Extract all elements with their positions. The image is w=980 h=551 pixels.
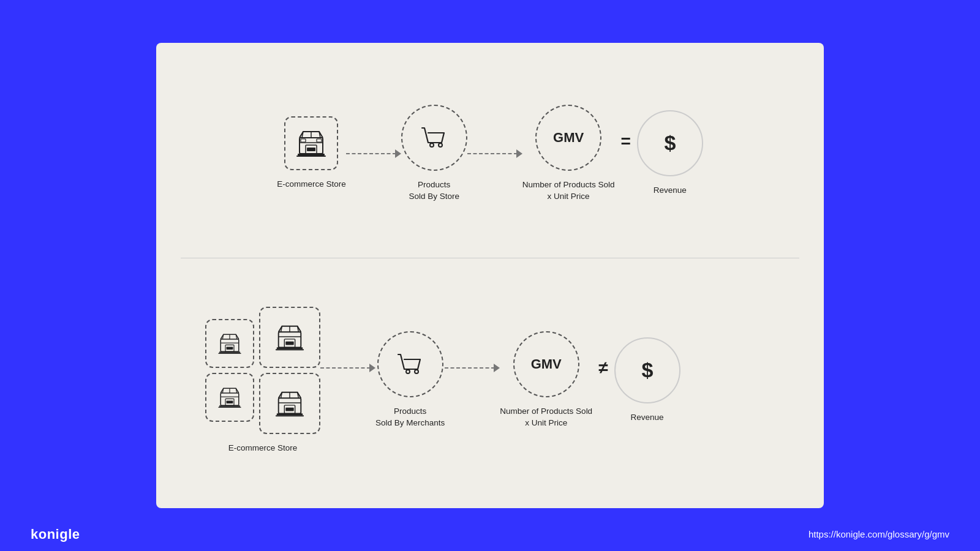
top-equation-label: Number of Products Sold x Unit Price	[522, 179, 615, 203]
bottom-equation-label: Number of Products Sold x Unit Price	[500, 406, 592, 429]
store-icon-sm2	[217, 384, 243, 410]
footer: konigle https://konigle.com/glossary/g/g…	[0, 517, 980, 551]
svg-rect-20	[279, 332, 301, 347]
top-products-label: Products Sold By Store	[409, 179, 459, 203]
svg-rect-2	[307, 148, 315, 151]
bottom-gmv-text: GMV	[531, 356, 562, 372]
top-products-item: Products Sold By Store	[401, 105, 467, 203]
top-store-label: E-commerce Store	[277, 179, 346, 190]
top-section: E-commerce Store Products Sold By Store	[156, 43, 824, 258]
bottom-revenue-circle: $	[614, 337, 680, 403]
top-gmv-circle: GMV	[535, 105, 601, 171]
svg-rect-17	[227, 400, 233, 403]
svg-rect-14	[218, 353, 241, 354]
top-store-item: E-commerce Store	[277, 116, 346, 190]
svg-rect-10	[221, 339, 239, 351]
bottom-revenue-label: Revenue	[630, 412, 663, 424]
store-icon-lg2	[274, 388, 306, 419]
store-col-right	[259, 307, 320, 434]
brand-logo: konigle	[31, 527, 80, 542]
brand-url: https://konigle.com/glossary/g/gmv	[809, 529, 949, 539]
dollar-icon-bottom: $	[632, 355, 663, 386]
bottom-store-label: E-commerce Store	[228, 443, 298, 454]
bottom-operator: ≠	[598, 358, 608, 402]
svg-rect-28	[277, 413, 303, 415]
main-card: E-commerce Store Products Sold By Store	[156, 43, 824, 508]
bottom-arrow-1	[320, 364, 375, 372]
top-revenue-circle: $	[637, 110, 703, 176]
store-box-left-top	[205, 319, 254, 368]
store-icon-sm1	[217, 331, 243, 356]
store-icon-lg1	[274, 321, 306, 353]
bottom-store-group: E-commerce Store	[205, 307, 320, 454]
svg-rect-23	[277, 347, 303, 349]
svg-text:$: $	[641, 358, 653, 381]
bottom-gmv-circle: GMV	[513, 331, 579, 397]
top-revenue-item: $ Revenue	[637, 110, 703, 197]
svg-rect-15	[221, 393, 239, 405]
svg-rect-13	[219, 351, 240, 353]
top-cart-circle	[401, 105, 467, 171]
bottom-products-item: Products Sold By Merchants	[375, 331, 445, 429]
store-col-left	[205, 319, 254, 422]
svg-rect-24	[276, 349, 304, 350]
svg-rect-5	[298, 154, 325, 156]
svg-rect-19	[218, 407, 241, 408]
svg-rect-22	[285, 341, 293, 345]
svg-rect-4	[317, 139, 322, 142]
svg-rect-18	[219, 405, 240, 407]
svg-point-30	[406, 370, 410, 373]
bottom-products-label: Products Sold By Merchants	[375, 406, 445, 429]
cart-icon-top	[417, 121, 451, 155]
store-box-right-top	[259, 307, 320, 368]
svg-text:$: $	[664, 131, 676, 154]
bottom-cart-circle	[377, 331, 443, 397]
store-icon	[295, 127, 328, 160]
top-store-box	[284, 116, 338, 170]
bottom-gmv-item: GMV Number of Products Sold x Unit Price	[500, 331, 592, 429]
dollar-icon-top: $	[655, 128, 685, 159]
svg-rect-12	[227, 347, 233, 350]
bottom-arrow-2	[445, 364, 500, 372]
svg-rect-29	[276, 415, 304, 416]
svg-point-8	[439, 143, 442, 147]
top-arrow-1	[346, 149, 401, 158]
multi-store-layout	[205, 307, 320, 434]
top-operator: =	[621, 132, 631, 176]
cart-icon-bottom	[393, 347, 428, 381]
top-gmv-text: GMV	[553, 130, 584, 146]
svg-rect-6	[296, 156, 326, 157]
svg-rect-3	[301, 139, 306, 142]
svg-point-31	[415, 370, 418, 373]
store-box-left-bottom	[205, 373, 254, 422]
top-arrow-2	[467, 149, 522, 158]
bottom-revenue-item: $ Revenue	[614, 337, 680, 424]
top-gmv-item: GMV Number of Products Sold x Unit Price	[522, 105, 615, 203]
store-box-right-bottom	[259, 373, 320, 434]
svg-point-7	[430, 143, 434, 147]
top-revenue-label: Revenue	[654, 185, 687, 197]
bottom-section: E-commerce Store Products Sold By Mercha…	[156, 258, 824, 508]
svg-rect-25	[279, 398, 301, 413]
svg-rect-0	[300, 138, 323, 154]
svg-rect-27	[285, 407, 293, 411]
